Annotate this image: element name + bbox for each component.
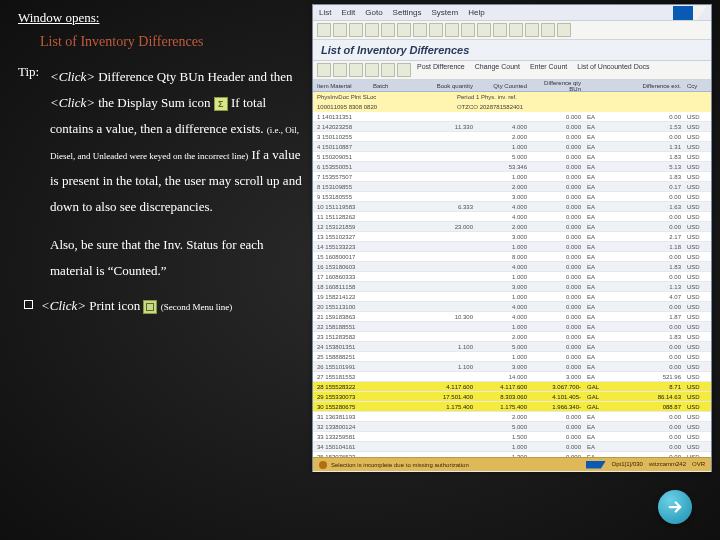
table-row[interactable]: 21 15918386310.3004.0000.000EA1.87USD xyxy=(313,312,711,322)
toolbar2-change-count[interactable]: Change Count xyxy=(471,63,524,77)
table-row[interactable]: 19 1582141221.0000.000EA4.07USD xyxy=(313,292,711,302)
toolbar1-btn-7[interactable] xyxy=(429,23,443,37)
cell-ccy: USD xyxy=(687,224,707,230)
table-row[interactable]: 8 1531098552.0000.000EA0.17USD xyxy=(313,182,711,192)
cell-ext: 0.00 xyxy=(605,254,687,260)
table-row[interactable]: 16 1531806034.0000.000EA1.83USD xyxy=(313,262,711,272)
table-row[interactable]: 6 15355005153.3460.000EA5.13USD xyxy=(313,162,711,172)
toolbar1-btn-14[interactable] xyxy=(541,23,555,37)
cell-ext: 0.00 xyxy=(605,414,687,420)
col-2[interactable]: Book quantity xyxy=(419,83,479,89)
table-row[interactable]: 18 1608111583.0000.000EA1.13USD xyxy=(313,282,711,292)
toolbar1-btn-2[interactable] xyxy=(349,23,363,37)
toolbar2-btn-3[interactable] xyxy=(365,63,379,77)
cell-ext: 0.00 xyxy=(605,274,687,280)
col-6[interactable]: Ccy xyxy=(687,83,707,89)
table-row[interactable]: 31 1363811932.0000.000EA0.00USD xyxy=(313,412,711,422)
table-row[interactable]: 22 1581885511.0000.000EA0.00USD xyxy=(313,322,711,332)
toolbar1-btn-13[interactable] xyxy=(525,23,539,37)
toolbar2-post-difference[interactable]: Post Difference xyxy=(413,63,469,77)
toolbar1-btn-12[interactable] xyxy=(509,23,523,37)
cell-ext: 0.00 xyxy=(605,114,687,120)
cell-ccy: USD xyxy=(687,164,707,170)
toolbar1-btn-15[interactable] xyxy=(557,23,571,37)
toolbar1-btn-0[interactable] xyxy=(317,23,331,37)
table-row[interactable]: 27 15518155214.0003.000EA521.96USD xyxy=(313,372,711,382)
menu-settings[interactable]: Settings xyxy=(393,8,422,17)
toolbar1-btn-11[interactable] xyxy=(493,23,507,37)
sap-menubar[interactable]: ListEditGotoSettingsSystemHelp xyxy=(313,5,711,21)
cell-mat: 17 160860333 xyxy=(317,274,373,280)
cell-mat: 20 155113100 xyxy=(317,304,373,310)
toolbar1-btn-1[interactable] xyxy=(333,23,347,37)
table-row[interactable]: 33 1332595811.5000.000EA0.00USD xyxy=(313,432,711,442)
table-row[interactable]: 14 1551332231.0000.000EA1.18USD xyxy=(313,242,711,252)
toolbar2-btn-0[interactable] xyxy=(317,63,331,77)
table-row[interactable]: 3 1501102552.0000.000EA0.00USD xyxy=(313,132,711,142)
table-row[interactable]: 9 1531805553.0000.000EA0.00USD xyxy=(313,192,711,202)
table-row[interactable]: 24 1538013511.1005.0000.000EA0.00USD xyxy=(313,342,711,352)
cell-diff: 3.000 xyxy=(533,374,587,380)
cell-ccy: USD xyxy=(687,274,707,280)
cell-ext: 1.83 xyxy=(605,154,687,160)
toolbar2-btn-5[interactable] xyxy=(397,63,411,77)
next-button[interactable] xyxy=(658,490,692,524)
sap-toolbar-2[interactable]: Post Difference Change Count Enter Count… xyxy=(313,61,711,80)
cell-qty: 1.000 xyxy=(479,174,533,180)
table-row[interactable]: 30 1552806751.175.4001.175.4001.966.340-… xyxy=(313,402,711,412)
menu-help[interactable]: Help xyxy=(468,8,484,17)
table-row[interactable]: 28 1555283224.117.6004.117.6003.067.700-… xyxy=(313,382,711,392)
toolbar2-enter-count[interactable]: Enter Count xyxy=(526,63,571,77)
cell-qty: 1.000 xyxy=(479,244,533,250)
cell-ccy: USD xyxy=(687,384,707,390)
cell-ccy: USD xyxy=(687,324,707,330)
col-4[interactable]: Difference qty BUn xyxy=(533,80,587,92)
table-row[interactable]: 4 1501108871.0000.000EA1.31USD xyxy=(313,142,711,152)
table-row[interactable]: 15 1608000178.0000.000EA0.00USD xyxy=(313,252,711,262)
table-row[interactable]: 25 1588882511.0000.000EA0.00USD xyxy=(313,352,711,362)
table-row[interactable]: 17 1608603331.0000.000EA0.00USD xyxy=(313,272,711,282)
table-row[interactable]: 5 1502090515.0000.000EA1.83USD xyxy=(313,152,711,162)
cell-un: EA xyxy=(587,364,605,370)
menu-goto[interactable]: Goto xyxy=(365,8,382,17)
toolbar2-list-of-uncounted-docs[interactable]: List of Uncounted Docs xyxy=(573,63,653,77)
cell-ext: 1.83 xyxy=(605,264,687,270)
col-1[interactable]: Batch xyxy=(373,83,419,89)
table-row[interactable]: 23 1512835822.0000.000EA1.83USD xyxy=(313,332,711,342)
toolbar2-btn-4[interactable] xyxy=(381,63,395,77)
toolbar1-btn-4[interactable] xyxy=(381,23,395,37)
table-row[interactable]: 1 1401313510.000EA0.00USD xyxy=(313,112,711,122)
toolbar1-btn-10[interactable] xyxy=(477,23,491,37)
table-row[interactable]: 26 1551019911.1003.0000.000EA0.00USD xyxy=(313,362,711,372)
table-row[interactable]: 10 1511195836.3334.0000.000EA1.63USD xyxy=(313,202,711,212)
toolbar2-btn-2[interactable] xyxy=(349,63,363,77)
table-row[interactable]: 32 1338001245.0000.000EA0.00USD xyxy=(313,422,711,432)
cell-qty: 3.000 xyxy=(479,194,533,200)
toolbar1-btn-6[interactable] xyxy=(413,23,427,37)
menu-list[interactable]: List xyxy=(319,8,331,17)
table-row[interactable]: 29 15533007317.501.4008.303.0604.101.405… xyxy=(313,392,711,402)
col-0[interactable]: Item Material xyxy=(317,83,373,89)
table-row[interactable]: 11 1511282624.0000.000EA0.00USD xyxy=(313,212,711,222)
cell-ext: 86.14.63 xyxy=(605,394,687,400)
toolbar1-btn-8[interactable] xyxy=(445,23,459,37)
cell-un: EA xyxy=(587,324,605,330)
table-row[interactable]: 7 1535575071.0000.000EA1.83USD xyxy=(313,172,711,182)
table-row[interactable]: 34 1501041611.0000.000EA0.00USD xyxy=(313,442,711,452)
menu-system[interactable]: System xyxy=(432,8,459,17)
cell-mat: 5 150209051 xyxy=(317,154,373,160)
cell-diff: 0.000 xyxy=(533,134,587,140)
toolbar1-btn-9[interactable] xyxy=(461,23,475,37)
table-row[interactable]: 13 1551023273.0000.000EA2.17USD xyxy=(313,232,711,242)
toolbar1-btn-3[interactable] xyxy=(365,23,379,37)
table-row[interactable]: 2 14202325811.3304.0000.000EA1.53USD xyxy=(313,122,711,132)
col-5[interactable]: Difference ext. xyxy=(587,83,687,89)
menu-edit[interactable]: Edit xyxy=(341,8,355,17)
toolbar2-btn-1[interactable] xyxy=(333,63,347,77)
col-3[interactable]: Qty Counted xyxy=(479,83,533,89)
sap-toolbar-1[interactable] xyxy=(313,21,711,40)
table-row[interactable]: 12 15312185923.0002.0000.000EA0.00USD xyxy=(313,222,711,232)
table-header[interactable]: Item MaterialBatchBook quantityQty Count… xyxy=(313,80,711,92)
table-row[interactable]: 20 1551131004.0000.000EA0.00USD xyxy=(313,302,711,312)
toolbar1-btn-5[interactable] xyxy=(397,23,411,37)
